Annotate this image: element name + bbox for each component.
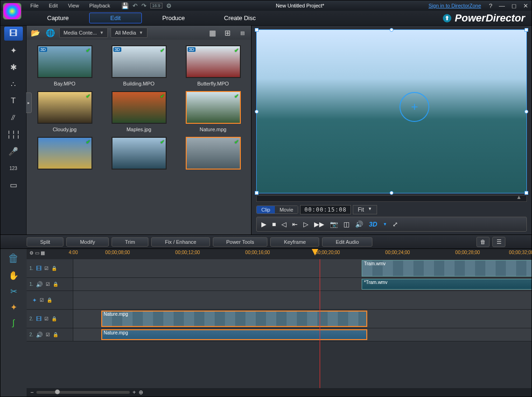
scrub-marker-icon[interactable]: ▲ [516, 194, 522, 200]
menu-playback[interactable]: Playback [84, 2, 115, 9]
dual-view-icon[interactable]: ◫ [343, 220, 350, 228]
hand-tool-icon[interactable]: ✋ [8, 270, 19, 281]
step-back-icon[interactable]: ⇤ [292, 220, 298, 228]
preview-scrubber[interactable]: ▲ [256, 195, 527, 202]
zoom-in-icon[interactable]: + [133, 389, 136, 396]
media-thumb[interactable]: ✔ Nature.mpg [178, 91, 248, 132]
fullscreen-icon[interactable]: ⤢ [392, 220, 398, 228]
preview-zoom-dropdown[interactable]: Fit▼ [353, 205, 377, 214]
media-thumb[interactable]: ✔ Maples.jpg [104, 91, 174, 132]
track-lock-icon[interactable]: 🔒 [51, 266, 57, 271]
ruler-options-icon[interactable]: ⚙ ▭ ▦ [29, 250, 45, 255]
track-body[interactable]: Nature.mpg [73, 310, 532, 328]
preview-3d-button[interactable]: 3D [369, 220, 377, 228]
mode-produce[interactable]: Produce [144, 13, 203, 23]
media-room-tab[interactable]: 🎞 [4, 27, 23, 41]
track-lock-icon[interactable]: 🔒 [53, 332, 58, 337]
voiceover-room-tab[interactable]: 🎤 [4, 144, 23, 158]
action-split[interactable]: Split [27, 237, 63, 247]
volume-icon[interactable]: 🔊 [355, 220, 363, 228]
timeline-clip[interactable]: Nature.mpg [101, 311, 367, 327]
preview-canvas[interactable]: + [256, 29, 527, 193]
preview-timecode[interactable]: 00:00:15:08 [300, 205, 350, 214]
menu-edit[interactable]: Edit [44, 2, 63, 9]
maximize-icon[interactable]: ◻ [510, 2, 518, 9]
effects-room-tab[interactable]: ✦ [4, 43, 23, 57]
mode-capture[interactable]: Capture [28, 13, 87, 23]
track-header[interactable]: ✦ ☑ 🔒 [27, 291, 73, 309]
stop-icon[interactable]: ■ [272, 220, 276, 228]
undo-icon[interactable]: ↶ [133, 2, 138, 9]
aspect-ratio-badge[interactable]: 16:9 [150, 3, 162, 8]
menu-file[interactable]: File [26, 2, 43, 9]
next-frame-icon[interactable]: ▷ [303, 220, 308, 228]
media-thumb[interactable]: 3D ✔ Bay.MPO [29, 45, 100, 86]
track-header[interactable]: 2.🎞 ☑ 🔒 [27, 310, 73, 328]
action-trim[interactable]: Trim [112, 237, 149, 247]
minimize-icon[interactable]: — [497, 2, 506, 9]
track-body[interactable] [73, 291, 532, 309]
zoom-fit-icon[interactable]: ⊕ [139, 389, 143, 396]
library-expand-handle[interactable]: ▸ [26, 92, 32, 113]
timeline-clip[interactable]: Nature.mpg [101, 329, 367, 340]
fast-forward-icon[interactable]: ▶▶ [314, 220, 324, 228]
timeline-clip[interactable]: Tram.wmv [362, 260, 532, 276]
save-icon[interactable]: 💾 [121, 2, 129, 9]
signin-link[interactable]: Sign in to DirectorZone [428, 3, 481, 8]
trash-icon[interactable]: 🗑 [476, 237, 490, 247]
close-icon[interactable]: ✕ [522, 2, 530, 9]
help-icon[interactable]: ? [488, 2, 494, 9]
preview-mode-clip[interactable]: Clip [257, 206, 275, 213]
particle-room-tab[interactable]: ∴ [4, 77, 23, 91]
media-thumb[interactable]: ✔ [104, 137, 174, 172]
media-filter-dropdown[interactable]: All Media▼ [111, 28, 147, 38]
library-folder-dropdown[interactable]: Media Conte...▼ [59, 28, 108, 38]
chapter-room-tab[interactable]: 123 [4, 161, 23, 175]
media-thumb[interactable]: ✔ Cloudy.jpg [29, 91, 100, 132]
action-edit-audio[interactable]: Edit Audio [322, 237, 372, 247]
mode-create-disc[interactable]: Create Disc [205, 13, 274, 23]
zoom-slider[interactable] [36, 391, 130, 394]
preview-center-target-icon[interactable]: + [399, 92, 429, 122]
library-view-icon[interactable]: ▦ [206, 28, 218, 38]
action-modify[interactable]: Modify [66, 237, 108, 247]
prev-frame-icon[interactable]: ◁ [281, 220, 287, 228]
magic-tool-icon[interactable]: ✦ [10, 302, 17, 312]
library-grid-icon[interactable]: ⊞ [221, 28, 233, 38]
audiomix-room-tab[interactable]: ╎╎╎ [4, 128, 23, 142]
zoom-out-icon[interactable]: − [30, 389, 34, 396]
transition-room-tab[interactable]: ⫽ [4, 111, 23, 125]
settings-icon[interactable]: ⚙ [166, 2, 172, 9]
track-header[interactable]: 2.🔊 ☑ 🔒 [27, 328, 73, 341]
track-visible-checkbox[interactable]: ☑ [44, 266, 49, 271]
track-visible-checkbox[interactable]: ☑ [44, 316, 49, 321]
trash-bin-icon[interactable]: 🗑 [8, 252, 19, 265]
playhead-line[interactable] [320, 259, 320, 388]
track-header[interactable]: 1.🔊 ☑ 🔒 [27, 278, 73, 291]
media-thumb[interactable]: 3D ✔ Building.MPO [104, 45, 174, 86]
media-thumb[interactable]: 3D ✔ Butterfly.MPO [178, 45, 248, 86]
snapshot-icon[interactable]: 📷 [330, 220, 338, 228]
subtitle-room-tab[interactable]: ▭ [4, 178, 23, 192]
track-header[interactable]: 1.🎞 ☑ 🔒 [27, 259, 73, 277]
more-actions-icon[interactable]: ☰ [492, 237, 505, 247]
timeline-ruler[interactable]: ⚙ ▭ ▦ 4:0000;00;08;0000;00;12;0000;00;16… [27, 249, 532, 259]
curve-tool-icon[interactable]: ∫ [13, 318, 15, 328]
mode-edit[interactable]: Edit [89, 13, 141, 23]
track-lock-icon[interactable]: 🔒 [47, 298, 52, 303]
media-thumb[interactable]: ✔ [178, 137, 248, 172]
action-keyframe[interactable]: Keyframe [270, 237, 319, 247]
track-body[interactable]: Nature.mpg [73, 328, 532, 341]
track-visible-checkbox[interactable]: ☑ [40, 298, 44, 303]
library-menu-icon[interactable]: ▤ [236, 28, 248, 38]
cut-tool-icon[interactable]: ✂ [10, 286, 17, 297]
upload-icon[interactable]: ⬆ [443, 14, 451, 22]
redo-icon[interactable]: ↷ [141, 2, 147, 9]
action-fix-enhance[interactable]: Fix / Enhance [151, 237, 210, 247]
pip-room-tab[interactable]: ✱ [4, 60, 23, 74]
track-visible-checkbox[interactable]: ☑ [46, 332, 50, 337]
import-folder-icon[interactable]: 📂 [29, 28, 42, 38]
media-thumb[interactable]: ✔ [29, 137, 100, 172]
play-icon[interactable]: ▶ [261, 220, 266, 228]
track-lock-icon[interactable]: 🔒 [53, 282, 58, 287]
